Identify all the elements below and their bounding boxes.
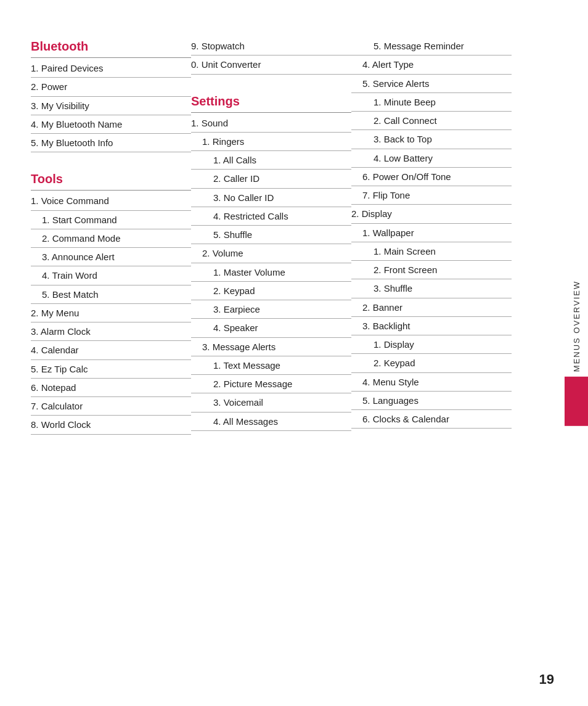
bluetooth-section: Bluetooth 1. Paired Devices 2. Power 3. …	[31, 39, 191, 152]
list-item: 1. Display	[351, 335, 512, 354]
list-item: 1. Text Message	[191, 356, 351, 375]
list-item: 1. Minute Beep	[351, 93, 512, 112]
tools-section: Tools 1. Voice Command 1. Start Command …	[31, 172, 191, 434]
list-item: 4. Alert Type	[351, 55, 512, 74]
settings-continued: 5. Message Reminder 4. Alert Type 5. Ser…	[351, 37, 512, 429]
list-item: 1. Paired Devices	[31, 59, 191, 78]
list-item: 2. Power	[31, 78, 191, 96]
tools-continued: 9. Stopwatch 0. Unit Converter	[191, 37, 351, 75]
list-item: 2. Command Mode	[31, 229, 191, 248]
list-item: 3. Shuffle	[351, 279, 512, 298]
list-item: 1. Master Volume	[191, 263, 351, 282]
settings-section: Settings 1. Sound 1. Ringers 1. All Call…	[191, 94, 351, 431]
list-item: 2. Keypad	[351, 354, 512, 372]
column-3: 5. Message Reminder 4. Alert Type 5. Ser…	[351, 37, 512, 435]
list-item: 3. No Caller ID	[191, 189, 351, 207]
list-item: 9. Stopwatch	[191, 37, 351, 55]
list-item: 4. Menu Style	[351, 373, 512, 392]
list-item: 3. My Visibility	[31, 97, 191, 115]
list-item: 4. Calendar	[31, 341, 191, 359]
list-item: 2. Volume	[191, 244, 351, 263]
list-item: 5. Service Alerts	[351, 75, 512, 93]
list-item: 3. Message Alerts	[191, 338, 351, 356]
list-item: 7. Calculator	[31, 397, 191, 416]
list-item: 1. Ringers	[191, 133, 351, 151]
list-item: 2. Caller ID	[191, 170, 351, 188]
list-item: 1. Main Screen	[351, 242, 512, 261]
list-item: 2. My Menu	[31, 304, 191, 322]
list-item: 1. Wallpaper	[351, 224, 512, 242]
list-item: 3. Announce Alert	[31, 248, 191, 266]
page-number: 19	[539, 671, 554, 688]
list-item: 4. Restricted Calls	[191, 207, 351, 226]
settings-header: Settings	[191, 94, 351, 109]
list-item: 2. Banner	[351, 298, 512, 317]
list-item: 6. Notepad	[31, 379, 191, 397]
list-item: 4. Train Word	[31, 266, 191, 285]
list-item: 2. Keypad	[191, 282, 351, 300]
list-item: 2. Display	[351, 205, 512, 223]
list-item: 0. Unit Converter	[191, 55, 351, 74]
column-1: Bluetooth 1. Paired Devices 2. Power 3. …	[31, 37, 191, 435]
list-item: 6. Power On/Off Tone	[351, 168, 512, 186]
list-item: 3. Voicemail	[191, 393, 351, 412]
list-item: 3. Back to Top	[351, 130, 512, 149]
list-item: 5. Ez Tip Calc	[31, 360, 191, 379]
list-item: 5. My Bluetooth Info	[31, 134, 191, 152]
column-2: 9. Stopwatch 0. Unit Converter Settings …	[191, 37, 351, 435]
list-item: 1. Sound	[191, 114, 351, 133]
list-item: 1. Voice Command	[31, 192, 191, 210]
list-item: 3. Backlight	[351, 317, 512, 335]
list-item: 3. Earpiece	[191, 300, 351, 319]
list-item: 4. My Bluetooth Name	[31, 115, 191, 134]
list-item: 1. Start Command	[31, 211, 191, 229]
list-item: 5. Shuffle	[191, 226, 351, 244]
list-item: 1. All Calls	[191, 151, 351, 170]
side-tab: Menus Overview	[565, 280, 588, 425]
list-item: 5. Languages	[351, 392, 512, 410]
list-item: 4. Speaker	[191, 319, 351, 337]
bluetooth-header: Bluetooth	[31, 39, 191, 54]
list-item: 2. Call Connect	[351, 112, 512, 130]
side-tab-bar	[565, 377, 588, 426]
list-item: 2. Front Screen	[351, 261, 512, 279]
list-item: 5. Best Match	[31, 285, 191, 304]
list-item: 7. Flip Tone	[351, 186, 512, 205]
list-item: 5. Message Reminder	[351, 37, 512, 55]
side-tab-text: Menus Overview	[572, 280, 581, 371]
list-item: 8. World Clock	[31, 416, 191, 434]
list-item: 2. Picture Message	[191, 375, 351, 393]
list-item: 4. All Messages	[191, 413, 351, 431]
list-item: 4. Low Battery	[351, 149, 512, 168]
list-item: 6. Clocks & Calendar	[351, 410, 512, 429]
tools-header: Tools	[31, 172, 191, 186]
list-item: 3. Alarm Clock	[31, 322, 191, 341]
